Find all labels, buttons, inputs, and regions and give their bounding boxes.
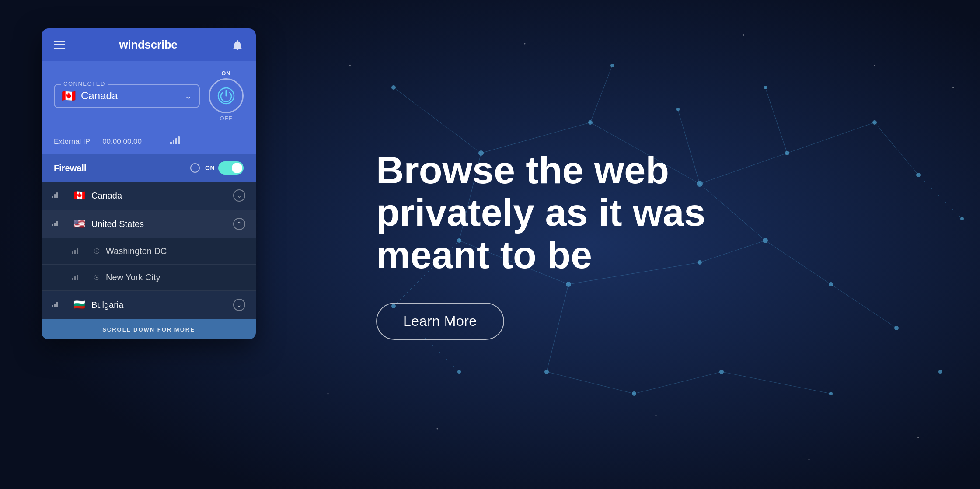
power-button[interactable] (209, 78, 244, 113)
server-item-nyc[interactable]: ☉ New York City (42, 265, 256, 291)
learn-more-button[interactable]: Learn More (376, 303, 504, 340)
nyc-server-name: New York City (106, 272, 245, 283)
hero-title: Browse the web privately as it was meant… (376, 149, 726, 276)
signal-bars-canada (52, 192, 61, 199)
scroll-footer[interactable]: SCROLL DOWN FOR MORE (42, 319, 256, 339)
canada-server-name: Canada (91, 191, 227, 201)
us-server-name: United States (91, 219, 227, 229)
washington-server-name: Washington DC (106, 246, 245, 256)
bulgaria-flag: 🇧🇬 (73, 299, 85, 311)
svg-rect-72 (77, 248, 78, 254)
hamburger-line-3 (54, 48, 65, 49)
divider (67, 219, 67, 229)
server-item-us[interactable]: 🇺🇸 United States ⌃ (42, 210, 256, 238)
firewall-info-button[interactable]: i (190, 163, 200, 173)
divider (67, 300, 67, 310)
server-item-canada[interactable]: 🇨🇦 Canada ⌄ (42, 182, 256, 210)
hamburger-line-2 (54, 44, 65, 45)
svg-rect-62 (175, 138, 177, 144)
divider (87, 247, 87, 256)
ip-divider (156, 137, 156, 146)
divider (67, 191, 67, 200)
panel-header: windscribe (42, 28, 256, 61)
signal-bars-us (52, 220, 61, 228)
power-off-label: OFF (220, 115, 233, 122)
us-chevron-icon[interactable]: ⌃ (233, 218, 245, 230)
connection-section: CONNECTED 🇨🇦 Canada ⌄ ON OFF (42, 61, 256, 132)
menu-button[interactable] (54, 41, 65, 49)
country-dropdown-icon[interactable]: ⌄ (185, 91, 192, 101)
canada-chevron-icon[interactable]: ⌄ (233, 189, 245, 202)
power-button-wrap: ON OFF (209, 70, 244, 122)
svg-rect-69 (56, 221, 58, 226)
bulgaria-chevron-icon[interactable]: ⌄ (233, 299, 245, 311)
svg-rect-71 (74, 250, 76, 254)
scroll-footer-text: SCROLL DOWN FOR MORE (102, 326, 195, 333)
canada-flag: 🇨🇦 (73, 190, 85, 201)
svg-rect-63 (178, 136, 180, 144)
svg-rect-76 (52, 305, 53, 307)
server-list: 🇨🇦 Canada ⌄ 🇺🇸 United States ⌃ ☉ Washing… (42, 182, 256, 319)
firewall-row: Firewall i ON (42, 154, 256, 182)
svg-rect-68 (54, 223, 56, 226)
hamburger-line-1 (54, 41, 65, 42)
connected-country-name: Canada (81, 90, 179, 102)
vpn-panel: windscribe CONNECTED 🇨🇦 Canada ⌄ ON (42, 28, 256, 339)
connection-box[interactable]: CONNECTED 🇨🇦 Canada ⌄ (54, 84, 200, 108)
ip-row: External IP 00.00.00.00 (42, 132, 256, 154)
signal-bars-nyc (72, 274, 81, 282)
svg-rect-70 (72, 251, 73, 254)
connected-country-flag: 🇨🇦 (62, 89, 76, 103)
svg-rect-67 (52, 224, 53, 226)
firewall-label: Firewall (54, 163, 185, 173)
svg-rect-75 (77, 275, 78, 280)
signal-bars-bulgaria (52, 301, 61, 309)
svg-rect-65 (54, 194, 56, 198)
bulgaria-server-name: Bulgaria (91, 300, 227, 310)
firewall-toggle-label: ON (205, 164, 215, 171)
svg-rect-74 (74, 276, 76, 280)
server-item-bulgaria[interactable]: 🇧🇬 Bulgaria ⌄ (42, 291, 256, 319)
brand-name: windscribe (119, 38, 178, 52)
signal-icon (170, 136, 180, 147)
signal-bars-washington (72, 248, 81, 255)
location-icon-nyc: ☉ (94, 273, 100, 282)
hero-section: Browse the web privately as it was meant… (297, 0, 980, 489)
svg-rect-66 (56, 192, 58, 198)
firewall-toggle-wrap: ON (205, 161, 244, 175)
svg-rect-64 (52, 196, 53, 198)
location-icon: ☉ (94, 247, 100, 255)
toggle-knob (232, 163, 242, 173)
firewall-toggle[interactable] (218, 161, 244, 175)
svg-rect-77 (54, 304, 56, 307)
notification-bell-icon[interactable] (231, 39, 244, 51)
svg-rect-78 (56, 302, 58, 307)
divider (87, 273, 87, 283)
us-flag: 🇺🇸 (73, 218, 85, 230)
power-on-label: ON (221, 70, 231, 77)
server-item-washington[interactable]: ☉ Washington DC (42, 238, 256, 265)
connected-label: CONNECTED (61, 80, 108, 87)
svg-rect-61 (173, 140, 174, 144)
svg-rect-73 (72, 278, 73, 280)
svg-rect-60 (170, 142, 172, 144)
external-ip-label: External IP (54, 137, 90, 146)
external-ip-value: 00.00.00.00 (102, 137, 142, 146)
